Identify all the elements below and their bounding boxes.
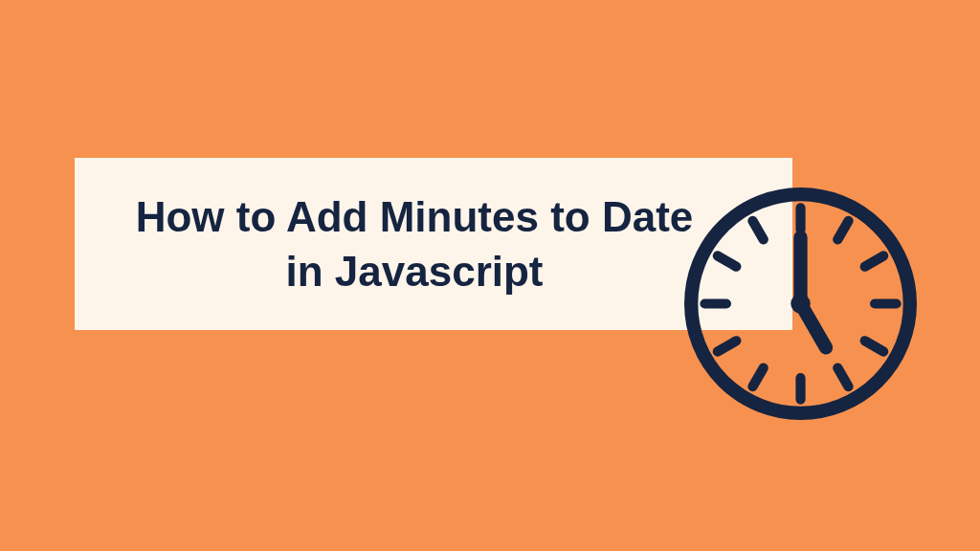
svg-line-9 [718, 341, 736, 351]
svg-line-12 [752, 221, 763, 239]
svg-line-6 [837, 368, 848, 386]
svg-line-2 [837, 221, 848, 239]
svg-line-8 [752, 368, 763, 386]
svg-point-15 [791, 294, 810, 313]
svg-line-5 [865, 341, 883, 351]
svg-line-11 [718, 255, 736, 266]
clock-icon [683, 187, 918, 421]
page-title: How to Add Minutes to Date in Javascript [113, 189, 716, 298]
svg-line-3 [865, 255, 883, 266]
